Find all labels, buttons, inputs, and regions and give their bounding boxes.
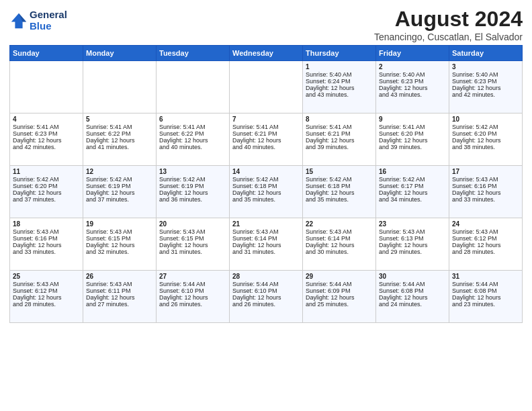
daylight-hours: Daylight: 12 hours xyxy=(159,242,226,248)
sunset-info: Sunset: 6:21 PM xyxy=(306,130,373,137)
daylight-hours: Daylight: 12 hours xyxy=(159,137,226,144)
calendar-cell: 14Sunrise: 5:42 AMSunset: 6:18 PMDayligh… xyxy=(230,166,303,218)
day-number: 27 xyxy=(159,273,226,280)
col-header-friday: Friday xyxy=(376,46,449,61)
day-number: 10 xyxy=(452,116,519,123)
daylight-minutes: and 42 minutes. xyxy=(13,144,80,150)
daylight-hours: Daylight: 12 hours xyxy=(306,85,373,91)
col-header-tuesday: Tuesday xyxy=(157,46,230,61)
calendar-cell: 24Sunrise: 5:43 AMSunset: 6:12 PMDayligh… xyxy=(449,218,523,271)
sunrise-info: Sunrise: 5:43 AM xyxy=(232,228,300,235)
daylight-minutes: and 26 minutes. xyxy=(232,301,300,308)
calendar-cell: 10Sunrise: 5:42 AMSunset: 6:20 PMDayligh… xyxy=(449,113,523,166)
daylight-hours: Daylight: 12 hours xyxy=(379,189,446,196)
day-number: 24 xyxy=(452,220,519,228)
daylight-minutes: and 31 minutes. xyxy=(159,248,226,255)
location-subtitle: Tenancingo, Cuscatlan, El Salvador xyxy=(374,32,523,42)
daylight-minutes: and 23 minutes. xyxy=(452,301,519,308)
day-number: 5 xyxy=(86,116,153,123)
sunset-info: Sunset: 6:22 PM xyxy=(86,130,153,137)
calendar-cell: 13Sunrise: 5:42 AMSunset: 6:19 PMDayligh… xyxy=(157,166,230,218)
sunrise-info: Sunrise: 5:43 AM xyxy=(306,228,373,235)
sunrise-info: Sunrise: 5:43 AM xyxy=(379,228,446,235)
sunrise-info: Sunrise: 5:40 AM xyxy=(379,71,446,78)
sunset-info: Sunset: 6:15 PM xyxy=(86,235,153,242)
day-number: 19 xyxy=(86,220,153,228)
calendar-cell: 7Sunrise: 5:41 AMSunset: 6:21 PMDaylight… xyxy=(230,113,303,166)
sunset-info: Sunset: 6:18 PM xyxy=(232,183,300,189)
daylight-hours: Daylight: 12 hours xyxy=(452,85,519,91)
daylight-hours: Daylight: 12 hours xyxy=(452,137,519,144)
sunrise-info: Sunrise: 5:44 AM xyxy=(452,281,519,287)
daylight-hours: Daylight: 12 hours xyxy=(159,294,226,301)
sunrise-info: Sunrise: 5:40 AM xyxy=(452,71,519,78)
calendar-cell: 12Sunrise: 5:42 AMSunset: 6:19 PMDayligh… xyxy=(83,166,157,218)
daylight-hours: Daylight: 12 hours xyxy=(452,242,519,248)
daylight-hours: Daylight: 12 hours xyxy=(232,294,300,301)
calendar-cell: 6Sunrise: 5:41 AMSunset: 6:22 PMDaylight… xyxy=(157,113,230,166)
daylight-minutes: and 36 minutes. xyxy=(159,196,226,203)
day-number: 2 xyxy=(379,63,446,71)
sunset-info: Sunset: 6:15 PM xyxy=(159,235,226,242)
sunrise-info: Sunrise: 5:41 AM xyxy=(13,124,80,130)
daylight-hours: Daylight: 12 hours xyxy=(13,294,80,301)
calendar-table: SundayMondayTuesdayWednesdayThursdayFrid… xyxy=(9,45,523,323)
sunset-info: Sunset: 6:11 PM xyxy=(86,287,153,294)
sunrise-info: Sunrise: 5:42 AM xyxy=(86,176,153,183)
sunset-info: Sunset: 6:22 PM xyxy=(159,130,226,137)
sunrise-info: Sunrise: 5:44 AM xyxy=(232,281,300,287)
calendar-cell xyxy=(83,61,157,113)
calendar-cell: 1Sunrise: 5:40 AMSunset: 6:24 PMDaylight… xyxy=(303,61,376,113)
day-number: 29 xyxy=(306,273,373,280)
sunrise-info: Sunrise: 5:42 AM xyxy=(452,124,519,130)
calendar-cell: 17Sunrise: 5:43 AMSunset: 6:16 PMDayligh… xyxy=(449,166,523,218)
sunrise-info: Sunrise: 5:43 AM xyxy=(452,176,519,183)
daylight-minutes: and 33 minutes. xyxy=(452,196,519,203)
week-row-4: 18Sunrise: 5:43 AMSunset: 6:16 PMDayligh… xyxy=(10,218,523,271)
daylight-hours: Daylight: 12 hours xyxy=(452,294,519,301)
sunrise-info: Sunrise: 5:41 AM xyxy=(379,124,446,130)
calendar-cell: 4Sunrise: 5:41 AMSunset: 6:23 PMDaylight… xyxy=(10,113,83,166)
col-header-thursday: Thursday xyxy=(303,46,376,61)
daylight-minutes: and 30 minutes. xyxy=(306,248,373,255)
day-number: 23 xyxy=(379,220,446,228)
daylight-hours: Daylight: 12 hours xyxy=(13,242,80,248)
day-number: 4 xyxy=(13,116,80,123)
daylight-hours: Daylight: 12 hours xyxy=(159,189,226,196)
daylight-minutes: and 41 minutes. xyxy=(86,144,153,150)
daylight-minutes: and 37 minutes. xyxy=(13,196,80,203)
daylight-minutes: and 26 minutes. xyxy=(159,301,226,308)
logo-blue: Blue xyxy=(30,21,67,32)
day-number: 26 xyxy=(86,273,153,280)
title-block: August 2024 Tenancingo, Cuscatlan, El Sa… xyxy=(374,7,523,42)
day-number: 28 xyxy=(232,273,300,280)
daylight-minutes: and 35 minutes. xyxy=(306,196,373,203)
daylight-minutes: and 37 minutes. xyxy=(86,196,153,203)
daylight-hours: Daylight: 12 hours xyxy=(379,242,446,248)
daylight-minutes: and 28 minutes. xyxy=(13,301,80,308)
sunrise-info: Sunrise: 5:43 AM xyxy=(86,228,153,235)
sunrise-info: Sunrise: 5:41 AM xyxy=(159,124,226,130)
day-number: 3 xyxy=(452,63,519,71)
daylight-minutes: and 32 minutes. xyxy=(86,248,153,255)
daylight-hours: Daylight: 12 hours xyxy=(86,137,153,144)
daylight-hours: Daylight: 12 hours xyxy=(306,137,373,144)
sunset-info: Sunset: 6:23 PM xyxy=(379,78,446,85)
main-container: General Blue August 2024 Tenancingo, Cus… xyxy=(0,0,532,330)
day-number: 13 xyxy=(159,168,226,175)
day-number: 12 xyxy=(86,168,153,175)
daylight-minutes: and 33 minutes. xyxy=(13,248,80,255)
sunset-info: Sunset: 6:14 PM xyxy=(232,235,300,242)
sunrise-info: Sunrise: 5:43 AM xyxy=(86,281,153,287)
calendar-cell: 11Sunrise: 5:42 AMSunset: 6:20 PMDayligh… xyxy=(10,166,83,218)
daylight-hours: Daylight: 12 hours xyxy=(306,189,373,196)
sunset-info: Sunset: 6:20 PM xyxy=(379,130,446,137)
calendar-cell: 2Sunrise: 5:40 AMSunset: 6:23 PMDaylight… xyxy=(376,61,449,113)
day-number: 16 xyxy=(379,168,446,175)
daylight-minutes: and 39 minutes. xyxy=(306,144,373,150)
daylight-hours: Daylight: 12 hours xyxy=(86,189,153,196)
calendar-cell: 9Sunrise: 5:41 AMSunset: 6:20 PMDaylight… xyxy=(376,113,449,166)
calendar-cell: 3Sunrise: 5:40 AMSunset: 6:23 PMDaylight… xyxy=(449,61,523,113)
sunset-info: Sunset: 6:24 PM xyxy=(306,78,373,85)
sunset-info: Sunset: 6:09 PM xyxy=(306,287,373,294)
